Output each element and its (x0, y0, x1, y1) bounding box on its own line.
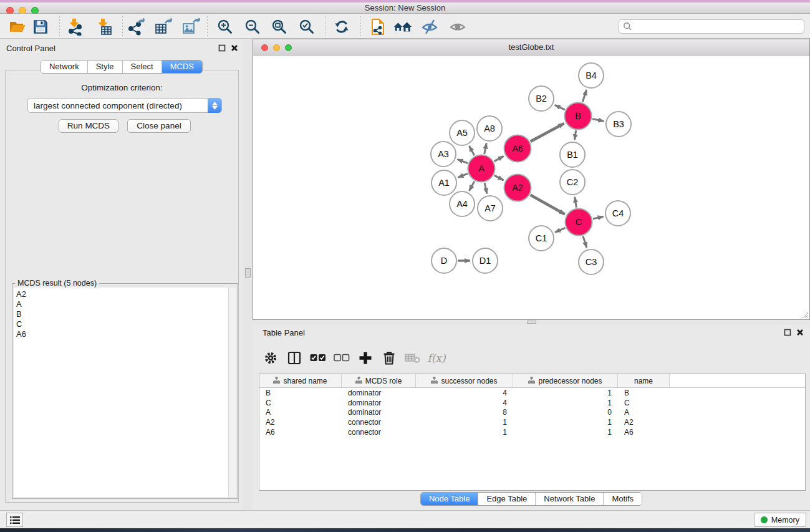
tab-style[interactable]: Style (87, 60, 122, 73)
edge-B-B2[interactable] (555, 105, 565, 110)
edge-A6-B[interactable] (531, 123, 564, 142)
network-graph[interactable]: B4B2BB3B1A5A8A6A3AA1A4A7A2C2CC4C1C3DD1 (253, 56, 809, 319)
table-tab-node-table[interactable]: Node Table (421, 493, 478, 505)
edge-C-C1[interactable] (555, 228, 565, 232)
edge-C-C4[interactable] (593, 216, 604, 219)
zoom-selected-icon[interactable] (297, 17, 317, 36)
table-tab-bar: Node TableEdge TableNetwork TableMotifs (420, 492, 642, 506)
tab-network[interactable]: Network (41, 60, 87, 73)
task-history-button[interactable] (6, 513, 23, 527)
add-row-icon[interactable] (354, 351, 377, 365)
table-cell: 1 (513, 399, 618, 407)
column-header-label: shared name (283, 377, 327, 385)
horizontal-splitter[interactable] (253, 320, 810, 324)
vertical-splitter[interactable] (243, 39, 253, 510)
table-row[interactable]: Cdominator41C (259, 398, 805, 408)
memory-button[interactable]: Memory (754, 513, 806, 527)
delete-table-icon[interactable] (401, 352, 425, 364)
run-mcds-button[interactable]: Run MCDS (59, 119, 118, 133)
save-session-icon[interactable] (31, 17, 51, 36)
column-type-icon (528, 377, 535, 385)
table-row[interactable]: Bdominator41B (259, 388, 805, 398)
table-row[interactable]: A6connector11A6 (259, 427, 805, 437)
export-image-icon[interactable] (181, 17, 201, 36)
resize-grip-icon[interactable] (801, 311, 809, 319)
close-panel-button[interactable]: Close panel (127, 119, 191, 133)
toolbar-separator (122, 16, 123, 36)
export-table-icon[interactable] (153, 17, 173, 36)
home-icon[interactable] (393, 17, 413, 36)
app-titlebar[interactable]: Session: New Session (0, 2, 810, 14)
mcds-result-item[interactable]: A6 (16, 329, 228, 339)
edge-A-A2[interactable] (494, 175, 504, 180)
edge-A-A3[interactable] (457, 159, 468, 163)
network-canvas[interactable]: B4B2BB3B1A5A8A6A3AA1A4A7A2C2CC4C1C3DD1 (253, 56, 809, 319)
mcds-result-title: MCDS result (5 nodes) (15, 279, 99, 288)
mcds-result-item[interactable]: B (16, 309, 228, 319)
network-window-titlebar[interactable]: testGlobe.txt (253, 39, 809, 56)
show-columns-icon[interactable] (282, 351, 306, 365)
table-row[interactable]: Adominator80A (259, 407, 805, 417)
hide-panels-icon[interactable] (420, 17, 440, 36)
node-label-C1: C1 (536, 233, 547, 243)
edge-A-A8[interactable] (485, 143, 487, 154)
zoom-in-icon[interactable] (215, 17, 235, 36)
edge-A-A5[interactable] (469, 146, 474, 155)
edge-B-B3[interactable] (592, 119, 604, 122)
deselect-all-icon[interactable] (330, 353, 354, 363)
mcds-result-item[interactable]: C (16, 319, 228, 329)
import-table-icon[interactable] (94, 17, 113, 36)
close-panel-icon[interactable] (796, 329, 804, 336)
search-field[interactable] (619, 19, 804, 34)
edge-A-A4[interactable] (469, 181, 474, 191)
table-tab-network-table[interactable]: Network Table (535, 493, 603, 505)
table-options-icon[interactable] (259, 351, 282, 365)
table-cell: A2 (618, 418, 670, 427)
refresh-icon[interactable] (332, 17, 352, 36)
edge-A2-C[interactable] (530, 195, 564, 215)
tab-select[interactable]: Select (122, 60, 162, 73)
zoom-fit-icon[interactable] (269, 17, 289, 36)
edge-A-A1[interactable] (458, 173, 468, 177)
edge-B-B4[interactable] (582, 90, 586, 102)
select-all-icon[interactable] (306, 353, 330, 363)
table-tab-motifs[interactable]: Motifs (603, 493, 642, 505)
search-input[interactable] (632, 22, 804, 31)
tab-mcds[interactable]: MCDS (162, 60, 202, 73)
edge-C-C3[interactable] (583, 236, 587, 248)
mcds-result-item[interactable]: A2 (16, 289, 228, 299)
edge-A-A6[interactable] (494, 156, 504, 161)
function-builder-icon[interactable]: f(x) (425, 352, 448, 364)
open-session-icon[interactable] (7, 17, 27, 36)
column-header-MCDS-role[interactable]: MCDS role (342, 374, 416, 387)
column-header-successor-nodes[interactable]: successor nodes (416, 374, 513, 387)
import-network-icon[interactable] (65, 17, 85, 36)
edge-C-C2[interactable] (575, 197, 577, 208)
float-panel-icon[interactable] (784, 329, 791, 336)
column-header-shared-name[interactable]: shared name (259, 374, 342, 387)
criterion-dropdown[interactable]: largest connected component (directed) (27, 98, 222, 113)
edge-A-A7[interactable] (485, 183, 487, 194)
table-row[interactable]: A2connector11A2 (259, 417, 805, 427)
column-header-name[interactable]: name (618, 374, 670, 387)
mcds-result-item[interactable]: A (16, 299, 228, 309)
table-cell: A (618, 408, 670, 417)
column-header-label: MCDS role (365, 377, 402, 385)
zoom-out-icon[interactable] (243, 17, 263, 36)
float-panel-icon[interactable] (218, 44, 226, 52)
mcds-result-group: MCDS result (5 nodes) A2ABCA6 (12, 283, 238, 499)
toolbar-separator (325, 16, 326, 36)
close-panel-icon[interactable] (231, 44, 238, 52)
export-network-icon[interactable] (127, 17, 147, 36)
edge-B-B1[interactable] (574, 130, 576, 140)
result-scrollbar[interactable] (228, 288, 236, 497)
network-from-file-icon[interactable] (368, 17, 388, 36)
splitter-handle[interactable] (245, 268, 251, 278)
show-panels-icon[interactable] (448, 17, 468, 36)
table-cell: 8 (416, 408, 513, 417)
node-label-A6: A6 (512, 143, 523, 153)
splitter-handle[interactable] (527, 321, 536, 324)
table-tab-edge-table[interactable]: Edge Table (478, 493, 535, 505)
column-header-predecessor-nodes[interactable]: predecessor nodes (513, 374, 618, 387)
delete-row-icon[interactable] (377, 351, 401, 365)
